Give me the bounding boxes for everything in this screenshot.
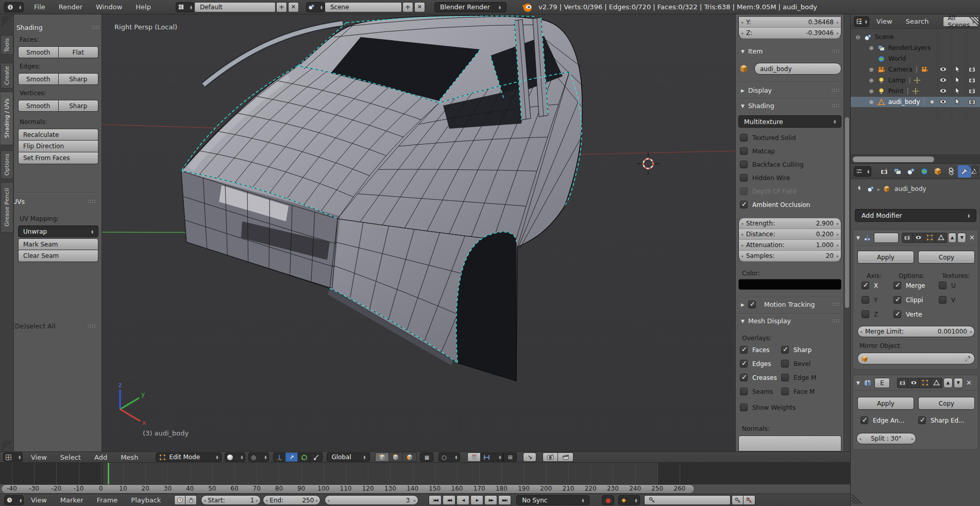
menu-add[interactable]: Add	[94, 453, 107, 461]
rotate-manipulator-button[interactable]	[298, 452, 310, 462]
insert-keyframe-button[interactable]	[732, 495, 744, 505]
distance-slider[interactable]: Distance:0.200	[738, 229, 841, 240]
overlay-edges[interactable]: Edges	[740, 360, 771, 368]
tab-world[interactable]	[918, 165, 931, 178]
mirror-y-checkbox[interactable]: Y	[861, 296, 877, 304]
samples-slider[interactable]: Samples:20	[738, 251, 841, 261]
mesh-display-header[interactable]: ▼Mesh Display∷∷	[741, 317, 840, 325]
move-modifier-down-button[interactable]: ▼	[957, 233, 966, 243]
smooth-button[interactable]: Smooth	[18, 73, 59, 85]
tab-object[interactable]	[931, 165, 944, 178]
absolute-grid-snap-button[interactable]: ⊞	[503, 452, 517, 462]
mirror-v-checkbox[interactable]: V	[939, 296, 955, 304]
object-name-field[interactable]: audi_body	[754, 63, 841, 75]
mirror-z-checkbox[interactable]: Z	[861, 310, 878, 318]
menu-search[interactable]: Search	[906, 18, 929, 25]
edgesplit-checkbox-1[interactable]: Sharp Ed...	[918, 416, 965, 424]
opengl-render-image-button[interactable]	[543, 452, 558, 462]
checkbox-backface-culling[interactable]: Backface Culling	[740, 161, 804, 168]
normals-buttons-partial[interactable]	[738, 435, 841, 451]
copy-button[interactable]: Copy	[918, 251, 975, 264]
scene-browse-button[interactable]	[306, 2, 325, 12]
panel-grip-icon[interactable]: ∷∷	[88, 198, 96, 205]
tab-object-data[interactable]	[971, 165, 977, 178]
manipulator-axes-button[interactable]	[273, 452, 285, 462]
delete-keyframe-button[interactable]: ⟍	[744, 495, 755, 505]
recalculate-button[interactable]: Recalculate	[18, 129, 98, 141]
shelf-tab-create[interactable]: Create	[1, 63, 13, 89]
deselect-all-panel-header[interactable]: ▶ (De)select All ∷∷	[5, 322, 96, 330]
clear-seam-button[interactable]: Clear Seam	[18, 250, 98, 262]
menu-select[interactable]: Select	[60, 453, 81, 461]
tab-modifiers[interactable]	[958, 165, 971, 178]
apply-button[interactable]: Apply	[857, 397, 914, 410]
panel-grip-icon[interactable]: ∷∷	[92, 24, 100, 31]
translate-manipulator-button[interactable]: ↗	[285, 452, 298, 462]
menu-view[interactable]: View	[31, 453, 47, 461]
camera-render-icon[interactable]	[968, 98, 976, 106]
tab-render-layers[interactable]	[891, 165, 904, 178]
outliner-item-camera[interactable]: ⊕Camera|	[851, 64, 980, 75]
jump-to-end-button[interactable]: ▶▶|	[498, 495, 511, 505]
outliner-item-audi_body[interactable]: ⊕audi_body|	[851, 97, 980, 107]
cursor-arrow-icon[interactable]	[954, 87, 961, 95]
lock-time-button[interactable]	[185, 495, 197, 505]
split-angle-slider[interactable]: Split : 30°	[856, 433, 916, 444]
tab-constraints[interactable]	[944, 165, 958, 178]
close-layout-button[interactable]: ✕	[288, 2, 299, 12]
menu-window[interactable]: Window	[96, 3, 122, 11]
proportional-edit-select[interactable]: ○	[438, 452, 460, 462]
render-engine-select[interactable]: Blender Render	[434, 2, 506, 12]
overlay-creases[interactable]: Creases	[740, 374, 777, 381]
camera-render-icon[interactable]	[968, 87, 976, 95]
outliner-item-scene[interactable]: ⊖Scene	[851, 32, 980, 42]
ao-color-swatch[interactable]	[738, 279, 841, 290]
timeline-band[interactable]	[0, 463, 850, 484]
expander-icon[interactable]: ⊕	[867, 77, 875, 84]
panel-grip-icon[interactable]: ∷∷	[832, 48, 840, 55]
face-select-mode-button[interactable]	[403, 452, 417, 462]
prev-keyframe-button[interactable]: ◀◀	[443, 495, 455, 505]
delete-modifier-icon[interactable]: ✕	[969, 234, 975, 241]
sharp-button[interactable]: Sharp	[59, 73, 99, 85]
modifier-name-field[interactable]: E	[874, 378, 890, 388]
mirror-object-field[interactable]	[857, 353, 975, 364]
add-modifier-select[interactable]: Add Modifier	[855, 209, 976, 222]
render-toggle[interactable]	[897, 378, 908, 388]
cursor-arrow-icon[interactable]	[954, 98, 961, 106]
editmode-toggle[interactable]	[924, 233, 936, 243]
3d-viewport[interactable]: zyx Right Persp (Local) (3) audi_body ▼ …	[0, 14, 850, 451]
cursor-arrow-icon[interactable]	[954, 65, 961, 73]
outliner-scrollbar[interactable]	[851, 154, 980, 164]
cage-toggle[interactable]	[931, 378, 942, 388]
eye-icon[interactable]	[939, 87, 947, 95]
menu-mesh[interactable]: Mesh	[121, 453, 138, 461]
mark-seam-button[interactable]: Mark Seam	[18, 238, 98, 250]
menu-playback[interactable]: Playback	[131, 496, 161, 504]
flat-button[interactable]: Flat	[59, 46, 99, 58]
checkbox-textured-solid[interactable]: Textured Solid	[740, 134, 796, 142]
editor-type-3dview-button[interactable]	[3, 452, 23, 462]
manipulate-center-points-button[interactable]: ↘	[523, 452, 536, 462]
add-scene-button[interactable]: +	[402, 2, 413, 12]
menu-help[interactable]: Help	[136, 3, 151, 11]
shelf-tab-options[interactable]: Options	[1, 150, 13, 179]
pivot-point-select[interactable]: ◎	[248, 452, 269, 462]
outliner-item-point[interactable]: ⊕Point|	[851, 86, 980, 96]
viewport-shading-button[interactable]	[225, 452, 245, 462]
timeline-number-strip[interactable]: -40-30-20-100102030405060708090100110120…	[0, 484, 850, 494]
strength-slider[interactable]: Strength:2.900	[738, 218, 841, 229]
show-weights-checkbox[interactable]: Show Weights	[740, 404, 796, 411]
panel-grip-icon[interactable]: ∷∷	[832, 301, 840, 308]
mirror-merge-checkbox[interactable]: Merge	[893, 282, 925, 289]
start-frame-field[interactable]: Start: 1	[201, 495, 261, 505]
move-modifier-down-button[interactable]: ▼	[954, 378, 963, 388]
render-toggle[interactable]	[902, 233, 913, 243]
menu-marker[interactable]: Marker	[60, 496, 83, 504]
motion-tracking-checkbox[interactable]	[748, 301, 761, 308]
merge-limit-slider[interactable]: Merge Limit: 0.001000	[857, 326, 975, 337]
tab-render[interactable]	[877, 165, 891, 178]
panel-grip-icon[interactable]: ∷∷	[832, 102, 840, 109]
menu-view[interactable]: View	[876, 18, 892, 25]
outliner-item-renderlayers[interactable]: ⊕RenderLayers	[851, 43, 980, 53]
